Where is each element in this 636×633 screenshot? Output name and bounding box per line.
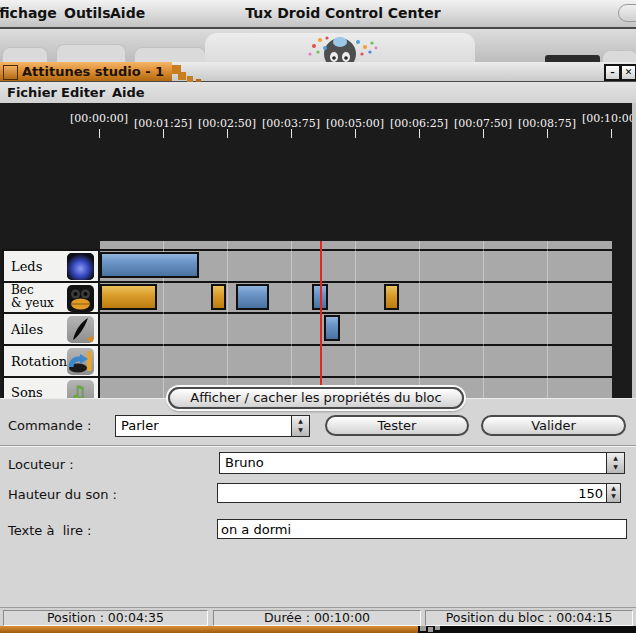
commande-value: Parler — [121, 418, 159, 433]
menu-editer[interactable]: Editer — [61, 85, 105, 100]
track-label-text: Ailes — [11, 323, 43, 336]
texte-label: Texte à lire : — [8, 523, 91, 538]
hauteur-spinner[interactable]: ▲▼ — [606, 483, 621, 503]
track-row — [100, 312, 612, 344]
track-label-text: Rotation — [11, 354, 67, 367]
ruler-tick — [163, 129, 164, 138]
valider-button[interactable]: Valider — [481, 415, 626, 436]
minimize-button[interactable]: – — [604, 64, 621, 81]
track-label-bec[interactable]: Bec& yeux — [2, 281, 100, 313]
ruler-tick — [227, 129, 228, 138]
ruler-tick — [611, 129, 612, 138]
background-app-area — [0, 29, 636, 62]
commande-label: Commande : — [8, 418, 91, 433]
os-corner-button[interactable] — [618, 4, 636, 22]
os-menu-aide[interactable]: Aide — [110, 5, 145, 21]
menu-aide[interactable]: Aide — [112, 85, 145, 100]
wings-icon — [67, 316, 94, 343]
app-title: Tux Droid Control Center — [245, 5, 440, 21]
ruler-tick — [419, 129, 420, 138]
track-label-leds[interactable]: Leds — [2, 249, 100, 281]
texte-input[interactable] — [217, 519, 627, 539]
background-tab — [134, 47, 206, 63]
track-row — [100, 344, 612, 376]
locuteur-value: Bruno — [225, 455, 264, 470]
window-bottom-border — [0, 626, 636, 633]
hauteur-label: Hauteur du son : — [8, 487, 117, 502]
status-duree: Durée : 00:10:00 — [213, 610, 421, 626]
locuteur-dropdown-spinner[interactable]: ▲▼ — [606, 452, 625, 474]
ruler: [00:00:00][00:01:25][00:02:50][00:03:75]… — [0, 103, 636, 138]
track-label-ailes[interactable]: Ailes — [2, 312, 100, 344]
locuteur-dropdown[interactable]: Bruno — [219, 452, 607, 474]
tux-droid-graphic — [280, 32, 400, 62]
close-button[interactable]: ✕ — [620, 64, 636, 81]
hauteur-input[interactable] — [217, 483, 607, 503]
ruler-label: [00:10:00] — [582, 112, 636, 125]
background-tab — [56, 44, 126, 63]
rotation-icon — [67, 348, 94, 375]
timeline-editor: [00:00:00][00:01:25][00:02:50][00:03:75]… — [0, 103, 636, 398]
commande-dropdown-spinner[interactable]: ▲▼ — [291, 415, 310, 437]
ruler-tick — [355, 129, 356, 138]
status-position-bloc: Position du bloc : 00:04:15 — [425, 610, 633, 626]
ruler-tick — [483, 129, 484, 138]
os-menu-affichage[interactable]: ffichage — [0, 5, 57, 21]
ruler-label: [00:00:00] — [70, 112, 128, 125]
timeline-block[interactable] — [236, 284, 269, 310]
beak-eyes-icon — [67, 285, 94, 312]
toggle-properties-button[interactable]: Afficher / cacher les propriétés du bloc — [168, 387, 464, 409]
track-label-text: Sons — [11, 386, 43, 399]
bottom-border-accent — [0, 626, 418, 633]
ruler-tick — [547, 129, 548, 138]
status-position: Position : 00:04:35 — [3, 610, 208, 626]
ruler-tick — [99, 129, 100, 138]
background-tab — [2, 47, 48, 63]
track-label-text: Bec& yeux — [11, 284, 54, 310]
ruler-tick — [291, 129, 292, 138]
timeline-block[interactable] — [100, 284, 157, 310]
timeline-block[interactable] — [384, 284, 399, 310]
timeline-block[interactable] — [211, 284, 226, 310]
separator — [0, 445, 636, 447]
locuteur-label: Locuteur : — [8, 457, 74, 472]
block-properties-panel: Commande : Parler ▲▼ Tester Valider Locu… — [0, 398, 636, 608]
os-menubar: ffichage Outils Aide Tux Droid Control C… — [0, 0, 636, 29]
timeline-block[interactable] — [324, 315, 340, 341]
window-titlebar[interactable]: Attitunes studio - 1 – ✕ — [0, 62, 636, 82]
menu-fichier[interactable]: Fichier — [7, 85, 57, 100]
timeline-block[interactable] — [100, 252, 199, 278]
window-icon[interactable] — [3, 65, 18, 80]
track-label-rotation[interactable]: Rotation — [2, 344, 100, 376]
track-label-text: Leds — [11, 259, 42, 272]
background-dark-tab — [545, 55, 600, 62]
commande-dropdown[interactable]: Parler — [115, 415, 292, 437]
leds-icon — [67, 253, 94, 280]
statusbar: Position : 00:04:35 Durée : 00:10:00 Pos… — [0, 607, 636, 627]
track-row — [100, 281, 612, 313]
window-title: Attitunes studio - 1 — [22, 64, 164, 79]
tester-button[interactable]: Tester — [325, 415, 469, 436]
os-menu-outils[interactable]: Outils — [64, 5, 111, 21]
window-right-edge — [632, 103, 636, 398]
window-menubar: Fichier Editer Aide — [0, 82, 636, 104]
